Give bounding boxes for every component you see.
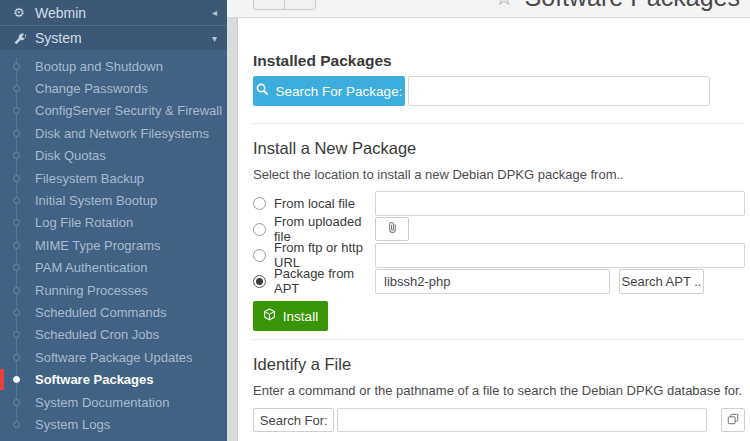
option-row-uploaded-file: From uploaded file bbox=[253, 216, 745, 242]
sidebar-item-label: Filesystem Backup bbox=[35, 171, 144, 186]
radio-icon[interactable] bbox=[253, 249, 266, 262]
file-upload-button[interactable] bbox=[375, 217, 409, 241]
search-apt-button[interactable]: Search APT .. bbox=[619, 269, 704, 294]
option-row-local-file: From local file bbox=[253, 190, 745, 216]
sidebar-item-label: Scheduled Commands bbox=[35, 305, 167, 320]
sidebar-item-label: System Logs bbox=[35, 417, 110, 432]
sidebar-menu: Bootup and Shutdown Change Passwords Con… bbox=[0, 50, 227, 436]
sidebar-item-label: Running Processes bbox=[35, 283, 148, 298]
sidebar-item-pam-authentication[interactable]: PAM Authentication bbox=[0, 257, 227, 279]
sidebar-item-label: PAM Authentication bbox=[35, 260, 148, 275]
sidebar-item-label: Scheduled Cron Jobs bbox=[35, 327, 159, 342]
sidebar-section-system[interactable]: System ▾ bbox=[0, 25, 227, 50]
bullet-icon bbox=[13, 85, 20, 92]
sidebar-item-software-package-updates[interactable]: Software Package Updates bbox=[0, 346, 227, 368]
paperclip-icon bbox=[386, 220, 398, 238]
sidebar-item-filesystem-backup[interactable]: Filesystem Backup bbox=[0, 167, 227, 189]
install-description: Select the location to install a new Deb… bbox=[253, 167, 745, 182]
sidebar-item-running-processes[interactable]: Running Processes bbox=[0, 279, 227, 301]
installed-search-row: Search For Package: bbox=[253, 76, 745, 106]
section-divider bbox=[253, 123, 745, 124]
radio-from-local-file[interactable]: From local file bbox=[253, 196, 375, 211]
sidebar-item-mime-type-programs[interactable]: MIME Type Programs bbox=[0, 234, 227, 256]
sidebar-item-label: MIME Type Programs bbox=[35, 238, 160, 253]
bullet-icon bbox=[13, 354, 20, 361]
webmin-app: ⚙ Webmin ◂ System ▾ Bootup and Shutdown … bbox=[0, 0, 750, 441]
bullet-icon bbox=[13, 130, 20, 137]
search-for-button[interactable]: Search For: bbox=[253, 408, 334, 432]
bullet-icon bbox=[13, 219, 20, 226]
identify-a-file-heading: Identify a File bbox=[253, 355, 745, 374]
sidebar-item-software-packages[interactable]: Software Packages bbox=[0, 368, 227, 390]
identify-file-input[interactable] bbox=[337, 408, 707, 432]
bullet-icon bbox=[13, 175, 20, 182]
chevron-down-icon[interactable]: ▾ bbox=[212, 33, 217, 44]
wrench-icon bbox=[13, 32, 35, 45]
bullet-icon bbox=[13, 107, 20, 114]
sidebar-item-bootup-and-shutdown[interactable]: Bootup and Shutdown bbox=[0, 55, 227, 77]
sidebar-item-label: Initial System Bootup bbox=[35, 193, 157, 208]
search-icon bbox=[256, 83, 269, 99]
sidebar-item-disk-and-network-filesystems[interactable]: Disk and Network Filesystems bbox=[0, 122, 227, 144]
sidebar-section-label: Webmin bbox=[35, 5, 86, 21]
bullet-icon bbox=[13, 421, 20, 428]
copy-button[interactable] bbox=[721, 408, 745, 432]
gear-icon: ⚙ bbox=[13, 5, 35, 20]
sidebar-item-configserver-security-firewall[interactable]: ConfigServer Security & Firewall bbox=[0, 100, 227, 122]
sidebar-item-label: Disk and Network Filesystems bbox=[35, 126, 209, 141]
option-row-ftp-http-url: From ftp or http URL bbox=[253, 242, 745, 268]
bullet-icon bbox=[13, 287, 20, 294]
favorite-star-icon[interactable]: ☆ bbox=[495, 0, 514, 10]
left-gutter bbox=[227, 18, 238, 441]
collapse-left-icon[interactable]: ◂ bbox=[212, 7, 217, 18]
installed-packages-heading: Installed Packages bbox=[253, 52, 745, 70]
page-title-text: Software Packages bbox=[525, 0, 740, 12]
package-search-input[interactable] bbox=[408, 76, 710, 106]
install-new-package-heading: Install a New Package bbox=[253, 139, 745, 158]
search-for-package-button[interactable]: Search For Package: bbox=[253, 76, 405, 106]
radio-label: From local file bbox=[274, 196, 355, 211]
sidebar-item-scheduled-cron-jobs[interactable]: Scheduled Cron Jobs bbox=[0, 324, 227, 346]
radio-package-from-apt[interactable]: Package from APT bbox=[253, 266, 375, 296]
sidebar-item-initial-system-bootup[interactable]: Initial System Bootup bbox=[0, 189, 227, 211]
identify-search-row: Search For: bbox=[253, 408, 745, 432]
content-panel: Installed Packages Search For Package: I… bbox=[238, 18, 750, 441]
sidebar-item-label: Software Packages bbox=[35, 372, 154, 387]
radio-checked-icon[interactable] bbox=[253, 275, 266, 288]
bullet-icon bbox=[13, 309, 20, 316]
sidebar-item-label: ConfigServer Security & Firewall bbox=[35, 103, 222, 118]
radio-icon[interactable] bbox=[253, 197, 266, 210]
sidebar-item-scheduled-commands[interactable]: Scheduled Commands bbox=[0, 301, 227, 323]
url-input[interactable] bbox=[375, 243, 745, 268]
apt-package-input[interactable] bbox=[375, 269, 610, 294]
local-file-input[interactable] bbox=[375, 191, 745, 216]
identify-description: Enter a command or the pathname of a fil… bbox=[253, 383, 745, 398]
bullet-icon bbox=[13, 197, 20, 204]
sidebar-section-label: System bbox=[35, 30, 82, 46]
sidebar-item-label: System Documentation bbox=[35, 395, 169, 410]
sidebar-item-change-passwords[interactable]: Change Passwords bbox=[0, 77, 227, 99]
package-cube-icon bbox=[263, 308, 276, 324]
copy-icon bbox=[727, 411, 739, 429]
bullet-icon bbox=[13, 376, 20, 383]
radio-icon[interactable] bbox=[253, 223, 266, 236]
install-button[interactable]: Install bbox=[253, 301, 328, 331]
sidebar-item-label: Log File Rotation bbox=[35, 215, 133, 230]
sidebar-item-label: Software Package Updates bbox=[35, 350, 193, 365]
sidebar-item-system-documentation[interactable]: System Documentation bbox=[0, 391, 227, 413]
toolbar-button-left[interactable] bbox=[253, 0, 285, 10]
sidebar-item-disk-quotas[interactable]: Disk Quotas bbox=[0, 145, 227, 167]
sidebar-item-log-file-rotation[interactable]: Log File Rotation bbox=[0, 212, 227, 234]
sidebar-item-label: Disk Quotas bbox=[35, 148, 106, 163]
toolbar-button-right[interactable] bbox=[284, 0, 316, 10]
bullet-icon bbox=[13, 264, 20, 271]
sidebar-item-label: Bootup and Shutdown bbox=[35, 59, 163, 74]
sidebar-item-label: Change Passwords bbox=[35, 81, 148, 96]
main-area: ☆ Software Packages Installed Packages S… bbox=[227, 0, 750, 441]
section-divider bbox=[253, 339, 745, 340]
bullet-icon bbox=[13, 331, 20, 338]
sidebar-section-webmin[interactable]: ⚙ Webmin ◂ bbox=[0, 0, 227, 25]
sidebar: ⚙ Webmin ◂ System ▾ Bootup and Shutdown … bbox=[0, 0, 227, 441]
top-toolbar: ☆ Software Packages bbox=[227, 0, 750, 18]
sidebar-item-system-logs[interactable]: System Logs bbox=[0, 413, 227, 435]
